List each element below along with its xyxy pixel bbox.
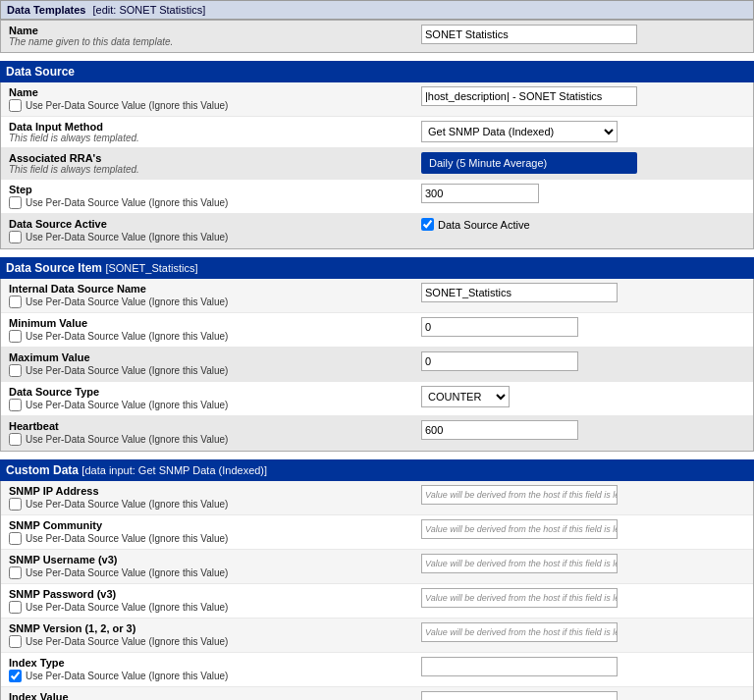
dsi-min-checkbox[interactable]: [9, 330, 22, 343]
dsi-min-checkbox-label: Use Per-Data Source Value (Ignore this V…: [26, 331, 228, 342]
custom-field-checkbox[interactable]: [9, 566, 22, 579]
dsi-max-label: Maximum Value: [9, 351, 413, 363]
custom-data-header-edit: [data input: Get SNMP Data (Indexed)]: [81, 464, 267, 476]
top-name-label: Name: [9, 25, 413, 36]
ds-active-checkbox[interactable]: [9, 231, 22, 243]
ds-rra-sublabel: This field is always templated.: [9, 164, 413, 175]
dsi-heartbeat-checkbox[interactable]: [9, 433, 22, 446]
dsi-min-input[interactable]: [421, 317, 578, 337]
dsi-max-checkbox-label: Use Per-Data Source Value (Ignore this V…: [26, 365, 228, 376]
custom-field-checkbox[interactable]: [9, 532, 22, 545]
ds-step-input[interactable]: [421, 184, 539, 203]
custom-field-checkbox[interactable]: [9, 498, 22, 511]
dsi-header-edit: [SONET_Statistics]: [105, 262, 197, 274]
ds-name-input[interactable]: [421, 86, 637, 106]
custom-field-checkbox-label: Use Per-Data Source Value (Ignore this V…: [26, 567, 228, 578]
custom-field-placeholder: Value will be derived from the host if t…: [421, 554, 618, 573]
ds-rra-select[interactable]: Daily (5 Minute Average) Weekly (30 Minu…: [421, 152, 637, 174]
dsi-type-checkbox[interactable]: [9, 399, 22, 411]
custom-field-row: Index TypeUse Per-Data Source Value (Ign…: [1, 653, 753, 687]
custom-field-checkbox[interactable]: [9, 635, 22, 648]
dsi-internal-name-label: Internal Data Source Name: [9, 283, 413, 295]
page-title-bar: Data Templates [edit: SONET Statistics]: [0, 0, 754, 20]
custom-field-placeholder: Value will be derived from the host if t…: [421, 588, 618, 608]
dsi-internal-name-input[interactable]: [421, 283, 618, 302]
custom-field-row: SNMP IP AddressUse Per-Data Source Value…: [1, 481, 753, 515]
custom-field-checkbox[interactable]: [9, 601, 22, 614]
custom-field-label: SNMP Version (1, 2, or 3): [9, 622, 413, 634]
page-edit-label: [edit: SONET Statistics]: [93, 4, 206, 16]
custom-field-row: SNMP Username (v3)Use Per-Data Source Va…: [1, 550, 753, 584]
ds-input-label: Data Input Method: [9, 121, 413, 133]
dsi-internal-name-checkbox-label: Use Per-Data Source Value (Ignore this V…: [26, 296, 228, 307]
custom-field-label: SNMP Community: [9, 519, 413, 531]
custom-field-checkbox-label: Use Per-Data Source Value (Ignore this V…: [26, 671, 228, 681]
ds-step-checkbox-label: Use Per-Data Source Value (Ignore this V…: [26, 197, 228, 208]
custom-field-checkbox-label: Use Per-Data Source Value (Ignore this V…: [26, 499, 228, 510]
custom-field-row: Index ValueUse Per-Data Source Value (Ig…: [1, 687, 753, 700]
ds-name-label: Name: [9, 86, 413, 98]
ds-name-checkbox[interactable]: [9, 99, 22, 112]
ds-step-label: Step: [9, 184, 413, 195]
custom-field-input[interactable]: [421, 657, 618, 676]
dsi-type-select[interactable]: COUNTER GAUGE DERIVE ABSOLUTE: [421, 386, 510, 407]
ds-rra-label: Associated RRA's: [9, 152, 413, 164]
custom-field-label: SNMP Password (v3): [9, 588, 413, 600]
dsi-min-label: Minimum Value: [9, 317, 413, 329]
dsi-header: Data Source Item [SONET_Statistics]: [0, 257, 754, 279]
page-title: Data Templates: [7, 4, 86, 16]
custom-field-input[interactable]: [421, 691, 618, 700]
dsi-internal-name-checkbox[interactable]: [9, 296, 22, 308]
ds-active-checkbox-label: Use Per-Data Source Value (Ignore this V…: [26, 232, 228, 242]
custom-field-label: SNMP Username (v3): [9, 554, 413, 565]
custom-field-checkbox-label: Use Per-Data Source Value (Ignore this V…: [26, 636, 228, 647]
dsi-type-checkbox-label: Use Per-Data Source Value (Ignore this V…: [26, 400, 228, 410]
data-source-header: Data Source: [0, 61, 754, 82]
custom-field-placeholder: Value will be derived from the host if t…: [421, 519, 618, 539]
custom-field-checkbox-label: Use Per-Data Source Value (Ignore this V…: [26, 533, 228, 544]
top-name-desc: The name given to this data template.: [9, 36, 413, 47]
ds-input-select[interactable]: Get SNMP Data (Indexed): [421, 121, 618, 142]
custom-field-row: SNMP Password (v3)Use Per-Data Source Va…: [1, 584, 753, 619]
ds-input-sublabel: This field is always templated.: [9, 133, 413, 143]
custom-field-checkbox-label: Use Per-Data Source Value (Ignore this V…: [26, 602, 228, 613]
custom-field-row: SNMP CommunityUse Per-Data Source Value …: [1, 515, 753, 550]
top-name-input[interactable]: [421, 25, 637, 44]
custom-data-header: Custom Data [data input: Get SNMP Data (…: [0, 459, 754, 481]
custom-field-placeholder: Value will be derived from the host if t…: [421, 485, 618, 505]
ds-step-checkbox[interactable]: [9, 196, 22, 209]
dsi-max-input[interactable]: [421, 351, 578, 371]
dsi-max-checkbox[interactable]: [9, 364, 22, 377]
custom-field-label: SNMP IP Address: [9, 485, 413, 497]
dsi-heartbeat-checkbox-label: Use Per-Data Source Value (Ignore this V…: [26, 434, 228, 445]
custom-field-label: Index Value: [9, 691, 413, 700]
ds-active-value-checkbox[interactable]: [421, 218, 434, 231]
dsi-type-label: Data Source Type: [9, 386, 413, 398]
ds-active-label: Data Source Active: [9, 218, 413, 230]
ds-active-value-label: Data Source Active: [438, 219, 530, 231]
custom-field-label: Index Type: [9, 657, 413, 669]
dsi-heartbeat-label: Heartbeat: [9, 420, 413, 432]
custom-field-row: SNMP Version (1, 2, or 3)Use Per-Data So…: [1, 619, 753, 653]
custom-field-placeholder: Value will be derived from the host if t…: [421, 622, 618, 642]
ds-name-checkbox-label: Use Per-Data Source Value (Ignore this V…: [26, 100, 228, 111]
custom-field-checkbox[interactable]: [9, 670, 22, 682]
dsi-heartbeat-input[interactable]: [421, 420, 578, 440]
